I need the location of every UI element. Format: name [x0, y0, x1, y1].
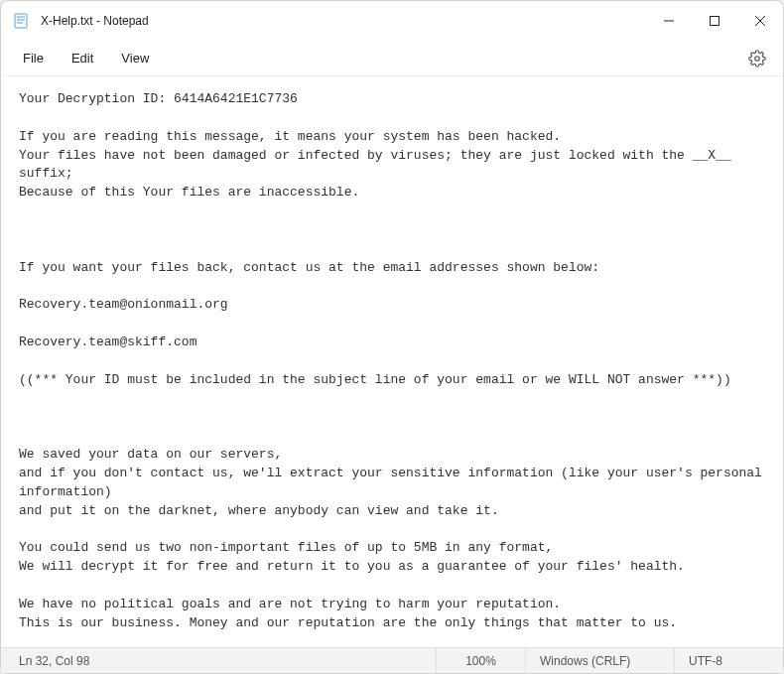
menu-edit[interactable]: Edit	[58, 45, 107, 71]
notepad-icon	[13, 13, 29, 29]
document-text: Your Decryption ID: 6414A6421E1C7736 If …	[19, 91, 770, 647]
status-encoding: UTF-8	[674, 648, 783, 673]
window-controls	[646, 1, 783, 41]
menu-view[interactable]: View	[107, 45, 163, 71]
maximize-button[interactable]	[692, 1, 737, 41]
status-lineending: Windows (CRLF)	[525, 648, 674, 673]
minimize-button[interactable]	[646, 1, 692, 41]
statusbar: Ln 32, Col 98 100% Windows (CRLF) UTF-8	[1, 647, 783, 673]
status-zoom[interactable]: 100%	[436, 648, 525, 673]
close-button[interactable]	[737, 1, 783, 41]
window-title: X-Help.txt - Notepad	[41, 14, 149, 28]
settings-button[interactable]	[739, 41, 775, 76]
menubar: File Edit View	[1, 41, 783, 76]
titlebar: X-Help.txt - Notepad	[1, 1, 783, 41]
svg-rect-5	[711, 17, 719, 26]
status-position: Ln 32, Col 98	[1, 648, 436, 673]
svg-rect-0	[15, 14, 27, 28]
text-area[interactable]: Your Decryption ID: 6414A6421E1C7736 If …	[1, 76, 783, 647]
notepad-window: X-Help.txt - Notepad File Edit View Yo	[0, 0, 784, 674]
svg-point-8	[755, 56, 760, 61]
menu-file[interactable]: File	[9, 45, 58, 71]
